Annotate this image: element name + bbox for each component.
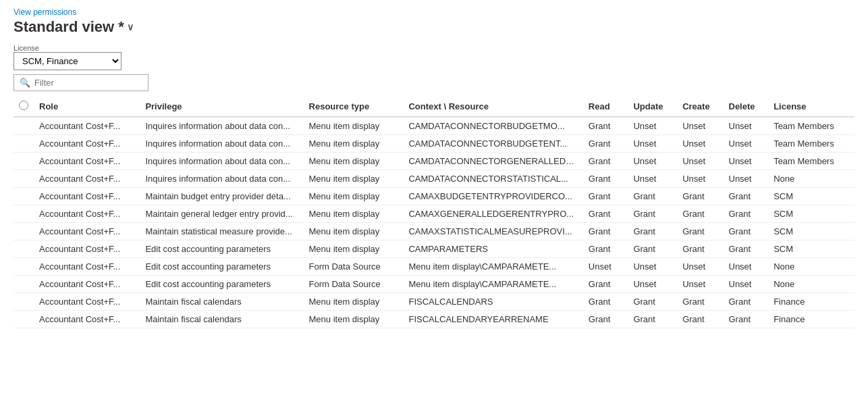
cell-role: Accountant Cost+F... [34,276,140,293]
row-radio-cell [13,276,34,293]
cell-privilege: Maintain budget entry provider deta... [140,188,303,205]
cell-update: Unset [628,258,677,276]
cell-read: Grant [583,170,628,188]
cell-resource-type: Menu item display [304,170,404,188]
cell-resource-type: Menu item display [304,135,404,153]
col-header-delete[interactable]: Delete [724,97,769,117]
col-header-license[interactable]: License [768,97,855,117]
cell-privilege: Inquires information about data con... [140,135,303,153]
cell-context-resource: Menu item display\CAMPARAMETE... [403,258,582,276]
permissions-table: Role Privilege Resource type Context \ R… [13,97,855,328]
view-title-chevron-icon[interactable]: ∨ [127,22,134,32]
table-row[interactable]: Accountant Cost+F... Inquires informatio… [13,135,855,153]
cell-license: SCM [768,240,855,258]
col-header-role[interactable]: Role [34,97,140,117]
cell-license: SCM [768,223,855,240]
cell-update: Grant [628,188,677,205]
cell-delete: Unset [724,258,769,276]
cell-create: Grant [677,205,723,223]
cell-read: Grant [583,153,628,170]
filter-input-wrap: 🔍 [13,74,148,91]
cell-privilege: Maintain general ledger entry provid... [140,205,303,223]
cell-resource-type: Menu item display [304,311,404,328]
cell-update: Unset [628,117,677,135]
cell-license: Finance [768,311,855,328]
row-radio-cell [13,188,34,205]
table-row[interactable]: Accountant Cost+F... Inquires informatio… [13,170,855,188]
cell-create: Grant [677,188,723,205]
table-row[interactable]: Accountant Cost+F... Edit cost accountin… [13,240,855,258]
cell-update: Unset [628,276,677,293]
license-select[interactable]: SCM, Finance [13,52,121,70]
row-radio-cell [13,170,34,188]
cell-context-resource: CAMDATACONNECTORBUDGETMO... [403,117,582,135]
cell-context-resource: CAMPARAMETERS [403,240,582,258]
cell-resource-type: Menu item display [304,223,404,240]
cell-license: SCM [768,205,855,223]
table-row[interactable]: Accountant Cost+F... Edit cost accountin… [13,258,855,276]
table-row[interactable]: Accountant Cost+F... Maintain budget ent… [13,188,855,205]
table-row[interactable]: Accountant Cost+F... Maintain general le… [13,205,855,223]
row-radio-cell [13,311,34,328]
cell-privilege: Edit cost accounting parameters [140,276,303,293]
cell-context-resource: FISCALCALENDARYEARRENAME [403,311,582,328]
cell-context-resource: FISCALCALENDARS [403,293,582,311]
cell-license: None [768,258,855,276]
cell-read: Grant [583,240,628,258]
cell-role: Accountant Cost+F... [34,205,140,223]
cell-delete: Grant [724,240,769,258]
cell-privilege: Edit cost accounting parameters [140,258,303,276]
col-header-update[interactable]: Update [628,97,677,117]
cell-delete: Unset [724,153,769,170]
filter-input[interactable] [34,78,142,88]
search-icon: 🔍 [20,78,30,88]
col-header-radio [13,97,34,117]
row-radio-cell [13,258,34,276]
cell-resource-type: Menu item display [304,117,404,135]
cell-create: Grant [677,293,723,311]
cell-role: Accountant Cost+F... [34,311,140,328]
cell-update: Grant [628,223,677,240]
cell-role: Accountant Cost+F... [34,223,140,240]
cell-create: Unset [677,170,723,188]
table-row[interactable]: Accountant Cost+F... Maintain fiscal cal… [13,293,855,311]
table-row[interactable]: Accountant Cost+F... Maintain fiscal cal… [13,311,855,328]
cell-license: Team Members [768,117,855,135]
cell-delete: Unset [724,170,769,188]
view-permissions-link[interactable]: View permissions [13,7,76,17]
cell-delete: Grant [724,293,769,311]
cell-read: Grant [583,205,628,223]
cell-context-resource: CAMAXBUDGETENTRYPROVIDERCO... [403,188,582,205]
cell-privilege: Maintain fiscal calendars [140,293,303,311]
cell-license: Team Members [768,135,855,153]
cell-role: Accountant Cost+F... [34,293,140,311]
cell-resource-type: Menu item display [304,240,404,258]
cell-create: Grant [677,311,723,328]
license-label: License [13,44,855,52]
table-row[interactable]: Accountant Cost+F... Inquires informatio… [13,117,855,135]
cell-resource-type: Menu item display [304,205,404,223]
cell-privilege: Inquires information about data con... [140,170,303,188]
col-header-resource-type[interactable]: Resource type [304,97,404,117]
cell-license: None [768,276,855,293]
cell-create: Unset [677,258,723,276]
col-header-privilege[interactable]: Privilege [140,97,303,117]
cell-resource-type: Menu item display [304,293,404,311]
cell-delete: Grant [724,223,769,240]
row-radio-cell [13,223,34,240]
cell-create: Unset [677,153,723,170]
table-row[interactable]: Accountant Cost+F... Edit cost accountin… [13,276,855,293]
col-header-read[interactable]: Read [583,97,628,117]
cell-update: Grant [628,240,677,258]
cell-context-resource: CAMDATACONNECTORBUDGETENT... [403,135,582,153]
cell-license: None [768,170,855,188]
col-header-create[interactable]: Create [677,97,723,117]
cell-license: Finance [768,293,855,311]
header-radio[interactable] [19,101,28,110]
col-header-context-resource[interactable]: Context \ Resource [403,97,582,117]
cell-read: Grant [583,311,628,328]
table-row[interactable]: Accountant Cost+F... Inquires informatio… [13,153,855,170]
table-row[interactable]: Accountant Cost+F... Maintain statistica… [13,223,855,240]
row-radio-cell [13,293,34,311]
cell-read: Grant [583,276,628,293]
